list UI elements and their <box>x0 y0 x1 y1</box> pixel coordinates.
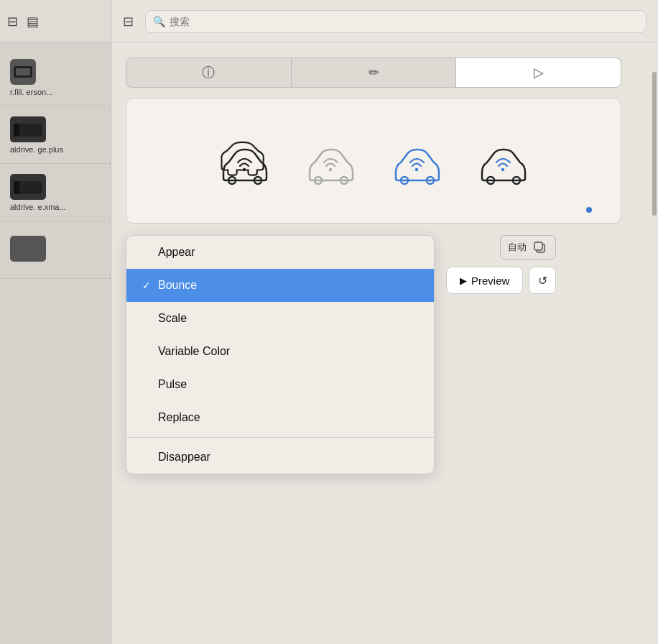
item-2-icon <box>10 116 46 142</box>
repeat-button[interactable]: ↺ <box>529 267 556 294</box>
bounce-label: Bounce <box>158 279 197 292</box>
auto-label: 自动 <box>508 241 527 254</box>
dropdown-item-pulse[interactable]: Pulse <box>126 368 434 401</box>
svg-point-6 <box>242 167 245 170</box>
top-bar: ⊟ 🔍 <box>111 0 658 43</box>
sidebar-items: r.fill. erson... aldrive. ge.plus aldriv… <box>0 43 111 644</box>
icon-variant-4[interactable] <box>474 136 532 193</box>
search-icon: 🔍 <box>153 16 165 27</box>
tab-preview[interactable]: ▷ <box>456 58 621 87</box>
list-item[interactable]: aldrive. e.xma... <box>0 164 111 221</box>
check-placeholder <box>141 247 152 258</box>
preview-play-icon: ▷ <box>534 65 544 80</box>
svg-point-12 <box>414 167 417 170</box>
icon-variant-1[interactable] <box>216 136 273 193</box>
auto-badge: 自动 <box>500 235 556 259</box>
content-area: ⓘ ✏ ▷ <box>111 43 658 644</box>
svg-point-15 <box>501 167 504 170</box>
play-icon: ▶ <box>460 275 467 286</box>
disappear-label: Disappear <box>158 451 210 464</box>
sidebar: ⊟ ▤ r.fill. erson... aldrive. ge.plus <box>0 0 111 644</box>
search-input[interactable] <box>170 16 639 27</box>
pulse-label: Pulse <box>158 378 187 391</box>
window-icon[interactable]: ⊟ <box>7 14 18 29</box>
page-indicator-dot <box>586 207 592 213</box>
check-placeholder <box>141 412 152 423</box>
svg-rect-3 <box>14 124 19 137</box>
preview-button[interactable]: ▶ Preview <box>446 267 523 294</box>
list-item[interactable]: r.fill. erson... <box>0 49 111 106</box>
icon-variant-3[interactable] <box>388 136 445 193</box>
preview-button-label: Preview <box>471 275 509 287</box>
svg-rect-5 <box>14 181 19 194</box>
item-4-icon <box>10 236 46 262</box>
icon-variants <box>194 121 553 201</box>
svg-rect-1 <box>16 68 30 75</box>
tab-info[interactable]: ⓘ <box>126 58 292 87</box>
dropdown-item-variable-color[interactable]: Variable Color <box>126 335 434 368</box>
tab-customize[interactable]: ✏ <box>292 58 457 87</box>
svg-point-9 <box>328 167 331 170</box>
check-placeholder <box>141 313 152 324</box>
search-bar[interactable]: 🔍 <box>145 10 647 33</box>
animation-section: Appear ✓ Bounce Scale Variable Color <box>126 235 644 474</box>
item-2-label: aldrive. ge.plus <box>10 145 63 154</box>
replace-label: Replace <box>158 411 200 424</box>
icon-variant-2[interactable] <box>302 136 359 193</box>
variable-color-label: Variable Color <box>158 345 230 358</box>
list-item[interactable]: aldrive. ge.plus <box>0 106 111 164</box>
customize-icon: ✏ <box>369 65 379 80</box>
check-icon: ✓ <box>141 280 152 291</box>
dropdown-item-appear[interactable]: Appear <box>126 236 434 269</box>
dropdown-separator <box>126 437 434 438</box>
toolbar-tabs: ⓘ ✏ ▷ <box>126 58 621 88</box>
sidebar-top-bar: ⊟ ▤ <box>0 0 111 43</box>
copy-icon[interactable] <box>531 239 548 256</box>
main-content: ⊟ 🔍 ⓘ ✏ ▷ <box>111 0 658 644</box>
check-placeholder <box>141 451 152 463</box>
right-controls: 自动 ▶ Preview ↺ <box>446 235 556 294</box>
preview-controls: ▶ Preview ↺ <box>446 267 556 294</box>
item-3-label: aldrive. e.xma... <box>10 203 66 211</box>
panel-icon[interactable]: ⊟ <box>123 14 134 29</box>
icon-preview-area <box>126 98 621 224</box>
item-3-icon <box>10 174 46 200</box>
list-item[interactable] <box>0 221 111 279</box>
item-1-icon <box>10 59 36 85</box>
dropdown-item-bounce[interactable]: ✓ Bounce <box>126 269 434 302</box>
sidebar-toggle-icon[interactable]: ▤ <box>27 14 39 29</box>
svg-rect-19 <box>534 242 542 250</box>
appear-label: Appear <box>158 246 195 259</box>
check-placeholder <box>141 379 152 390</box>
dropdown-item-scale[interactable]: Scale <box>126 302 434 335</box>
dropdown-item-replace[interactable]: Replace <box>126 401 434 434</box>
info-icon: ⓘ <box>202 64 215 81</box>
dropdown-item-disappear[interactable]: Disappear <box>126 441 434 474</box>
item-1-label: r.fill. erson... <box>10 88 52 96</box>
scale-label: Scale <box>158 312 187 325</box>
repeat-icon: ↺ <box>538 274 547 288</box>
animation-dropdown: Appear ✓ Bounce Scale Variable Color <box>126 235 435 474</box>
dropdown-menu: Appear ✓ Bounce Scale Variable Color <box>126 235 435 474</box>
check-placeholder <box>141 346 152 357</box>
